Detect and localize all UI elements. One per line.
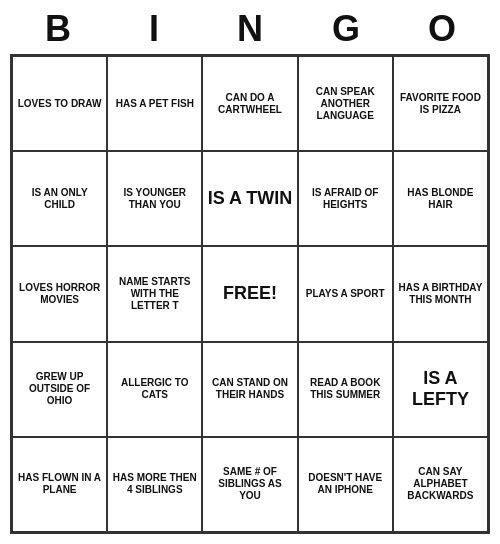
bingo-cell-5[interactable]: IS AN ONLY CHILD — [12, 151, 107, 246]
bingo-cell-13[interactable]: PLAYS A SPORT — [298, 246, 393, 341]
bingo-cell-3[interactable]: CAN SPEAK ANOTHER LANGUAGE — [298, 56, 393, 151]
bingo-header: B I N G O — [10, 8, 490, 50]
bingo-cell-0[interactable]: LOVES TO DRAW — [12, 56, 107, 151]
bingo-cell-7[interactable]: IS A TWIN — [202, 151, 297, 246]
letter-b: B — [18, 8, 98, 50]
bingo-cell-18[interactable]: READ A BOOK THIS SUMMER — [298, 342, 393, 437]
bingo-cell-22[interactable]: SAME # OF SIBLINGS AS YOU — [202, 437, 297, 532]
letter-i: I — [114, 8, 194, 50]
bingo-cell-19[interactable]: IS A LEFTY — [393, 342, 488, 437]
bingo-cell-11[interactable]: NAME STARTS WITH THE LETTER T — [107, 246, 202, 341]
bingo-cell-4[interactable]: FAVORITE FOOD IS PIZZA — [393, 56, 488, 151]
bingo-cell-15[interactable]: GREW UP OUTSIDE OF OHIO — [12, 342, 107, 437]
bingo-grid: LOVES TO DRAWHAS A PET FISHCAN DO A CART… — [10, 54, 490, 534]
letter-n: N — [210, 8, 290, 50]
bingo-cell-17[interactable]: CAN STAND ON THEIR HANDS — [202, 342, 297, 437]
bingo-cell-8[interactable]: IS AFRAID OF HEIGHTS — [298, 151, 393, 246]
bingo-cell-23[interactable]: DOESN'T HAVE AN IPHONE — [298, 437, 393, 532]
bingo-cell-9[interactable]: HAS BLONDE HAIR — [393, 151, 488, 246]
letter-g: G — [306, 8, 386, 50]
bingo-cell-2[interactable]: CAN DO A CARTWHEEL — [202, 56, 297, 151]
bingo-cell-1[interactable]: HAS A PET FISH — [107, 56, 202, 151]
bingo-cell-12[interactable]: Free! — [202, 246, 297, 341]
bingo-cell-21[interactable]: HAS MORE THEN 4 SIBLINGS — [107, 437, 202, 532]
bingo-cell-6[interactable]: IS YOUNGER THAN YOU — [107, 151, 202, 246]
bingo-cell-20[interactable]: HAS FLOWN IN A PLANE — [12, 437, 107, 532]
bingo-cell-16[interactable]: ALLERGIC TO CATS — [107, 342, 202, 437]
bingo-cell-14[interactable]: HAS A BIRTHDAY THIS MONTH — [393, 246, 488, 341]
letter-o: O — [402, 8, 482, 50]
bingo-cell-10[interactable]: LOVES HORROR MOVIES — [12, 246, 107, 341]
bingo-cell-24[interactable]: CAN SAY ALPHABET BACKWARDS — [393, 437, 488, 532]
